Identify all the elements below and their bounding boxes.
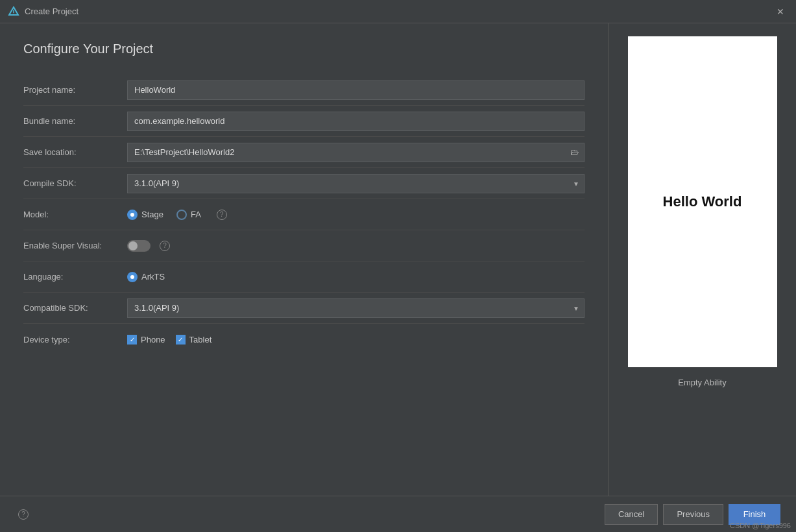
page-title: Configure Your Project [23,42,585,56]
preview-hello-world: Hello World [663,193,742,210]
model-label: Model: [23,210,127,219]
toggle-knob [128,241,138,250]
save-location-label: Save location: [23,147,127,157]
language-arkts-label: ArkTS [141,272,165,282]
bundle-name-input[interactable] [127,112,585,131]
super-visual-toggle[interactable] [127,240,151,252]
title-bar: Create Project ✕ [0,0,796,23]
device-phone-checkbox[interactable]: ✓ [127,335,137,345]
device-type-row: Device type: ✓ Phone ✓ Tablet [23,324,585,355]
previous-button[interactable]: Previous [663,504,723,525]
project-name-label: Project name: [23,85,127,95]
compatible-sdk-row: Compatible SDK: 3.1.0(API 9) 3.0.0(API 8… [23,293,585,324]
super-visual-row: Enable Super Visual: ? [23,230,585,261]
device-tablet-checkbox[interactable]: ✓ [176,335,186,345]
bundle-name-label: Bundle name: [23,116,127,126]
language-row: Language: ArkTS [23,261,585,293]
save-location-input[interactable] [127,143,565,162]
language-label: Language: [23,272,127,282]
model-radio-group: Stage FA ? [127,210,227,220]
language-radio-group: ArkTS [127,272,165,282]
device-phone-option[interactable]: ✓ Phone [127,335,165,345]
super-visual-help-icon[interactable]: ? [160,241,170,251]
device-tablet-option[interactable]: ✓ Tablet [176,335,212,345]
form-rows: Project name: Bundle name: Save location… [23,75,585,355]
super-visual-label: Enable Super Visual: [23,241,127,250]
compatible-sdk-select[interactable]: 3.1.0(API 9) 3.0.0(API 8) 2.2.0(API 7) [127,298,585,318]
left-panel: Configure Your Project Project name: Bun… [0,23,608,496]
compatible-sdk-label: Compatible SDK: [23,303,127,313]
svg-point-2 [13,14,14,15]
device-phone-label: Phone [141,335,165,345]
browse-folder-button[interactable]: 🗁 [565,143,585,162]
right-panel: Hello World Empty Ability [608,23,796,496]
language-arkts-option[interactable]: ArkTS [127,272,165,282]
model-stage-label: Stage [141,210,163,219]
app-icon [8,6,19,18]
preview-card: Hello World [628,36,777,367]
model-row: Model: Stage FA ? [23,199,585,230]
close-button[interactable]: ✕ [773,5,788,18]
preview-template-name: Empty Ability [678,378,726,387]
device-tablet-label: Tablet [189,335,212,345]
model-help-icon[interactable]: ? [217,210,227,220]
model-fa-radio[interactable] [176,210,187,220]
footer-help-icon[interactable]: ? [18,509,29,520]
model-fa-label: FA [191,210,201,219]
compile-sdk-row: Compile SDK: 3.1.0(API 9) 3.0.0(API 8) 2… [23,168,585,199]
save-location-row: Save location: 🗁 [23,137,585,168]
cancel-button[interactable]: Cancel [605,504,658,525]
bundle-name-row: Bundle name: [23,106,585,137]
dialog-title: Create Project [25,6,78,16]
footer: ? Cancel Previous Finish [0,496,796,532]
project-name-input[interactable] [127,80,585,100]
language-arkts-radio[interactable] [127,272,138,282]
model-fa-option[interactable]: FA [176,210,201,220]
compile-sdk-select[interactable]: 3.1.0(API 9) 3.0.0(API 8) 2.2.0(API 7) [127,174,585,193]
compile-sdk-label: Compile SDK: [23,178,127,188]
project-name-row: Project name: [23,75,585,106]
device-type-label: Device type: [23,335,127,345]
model-stage-radio[interactable] [127,210,138,220]
model-stage-option[interactable]: Stage [127,210,163,220]
folder-icon: 🗁 [570,147,579,157]
watermark: CSDN @Tigers996 [730,522,791,529]
